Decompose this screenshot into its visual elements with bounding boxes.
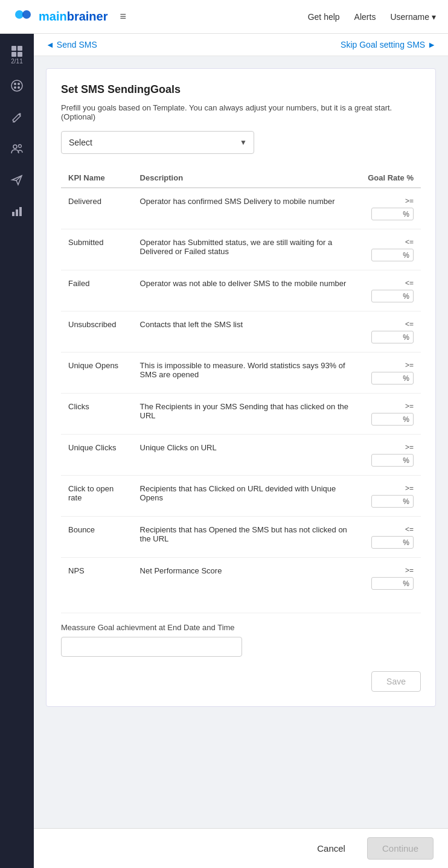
save-button[interactable]: Save	[371, 671, 421, 692]
page-content: Set SMS SendingGoals Prefill you goals b…	[34, 56, 448, 828]
goal-rate-input[interactable]	[376, 209, 402, 219]
percent-symbol: %	[403, 497, 409, 506]
send-icon	[10, 173, 24, 187]
kpi-description-cell: Net Performance Score	[133, 558, 358, 599]
kpi-description-cell: Recipients that has Opened the SMS but h…	[133, 517, 358, 558]
cancel-button[interactable]: Cancel	[302, 838, 360, 859]
kpi-name-cell: Unique Opens	[61, 353, 133, 394]
goal-operator: >=	[405, 402, 414, 410]
goal-rate-input[interactable]	[376, 251, 402, 260]
svg-point-8	[18, 83, 20, 85]
goal-rate-input[interactable]	[376, 456, 402, 465]
bottom-bar: Cancel Continue	[34, 828, 448, 868]
dashboard-icon	[10, 45, 24, 58]
table-row: Unique ClicksUnique Clicks on URL>=%	[61, 435, 421, 476]
goal-rate-input[interactable]	[376, 292, 402, 301]
username-label: Username	[390, 12, 429, 22]
kpi-description-cell: This is impossible to measure. World sta…	[133, 353, 358, 394]
percent-symbol: %	[403, 538, 409, 547]
sidebar-item-send[interactable]	[4, 167, 30, 193]
get-help-link[interactable]: Get help	[308, 12, 340, 22]
skip-link[interactable]: Skip Goal setting SMS ►	[341, 40, 436, 49]
top-nav-right: Get help Alerts Username ▾	[308, 12, 436, 22]
kpi-description-cell: Operator was not able to deliver SMS to …	[133, 270, 358, 311]
col-header-description: Description	[133, 168, 358, 188]
table-row: Unique OpensThis is impossible to measur…	[61, 353, 421, 394]
save-row: Save	[61, 671, 421, 692]
goal-operator: >=	[405, 361, 414, 369]
hamburger-icon[interactable]: ≡	[120, 10, 127, 23]
goal-rate-input[interactable]	[376, 374, 402, 383]
measure-section: Meassure Goal achievment at End Date and…	[61, 613, 421, 657]
goal-operator: >=	[405, 566, 414, 575]
svg-point-1	[22, 10, 31, 19]
goal-operator: >=	[405, 484, 414, 493]
back-link[interactable]: ◄ Send SMS	[46, 40, 97, 49]
logo-icon	[12, 6, 34, 28]
kpi-goal-cell: >=%	[358, 394, 421, 435]
kpi-name-cell: Submitted	[61, 229, 133, 270]
kpi-goal-cell: <=%	[358, 311, 421, 353]
svg-point-7	[14, 83, 16, 85]
svg-point-0	[15, 10, 24, 19]
users-icon	[10, 142, 24, 155]
svg-point-13	[19, 145, 22, 148]
sidebar-item-palette[interactable]	[4, 72, 30, 99]
username-menu[interactable]: Username ▾	[390, 12, 436, 22]
step-badge: 2/11	[11, 58, 22, 65]
table-header-row: KPI Name Description Goal Rate %	[61, 168, 421, 188]
logo: mainbrainer ≡	[12, 6, 126, 28]
percent-symbol: %	[403, 251, 409, 260]
col-header-kpi: KPI Name	[61, 168, 133, 188]
kpi-description-cell: Operator has Submitted status, we are st…	[133, 229, 358, 270]
goal-rate-input[interactable]	[376, 579, 402, 588]
kpi-goal-cell: >=%	[358, 188, 421, 229]
top-nav: mainbrainer ≡ Get help Alerts Username ▾	[0, 0, 448, 34]
table-row: DeliveredOperator has confirmed SMS Deli…	[61, 188, 421, 229]
continue-button[interactable]: Continue	[367, 837, 434, 860]
sidebar-item-users[interactable]	[4, 135, 30, 162]
goal-operator: <=	[405, 320, 414, 328]
goal-operator: <=	[405, 525, 414, 534]
table-row: Click to open rateRecipients that has Cl…	[61, 476, 421, 517]
svg-point-6	[11, 80, 22, 91]
template-select[interactable]: Select	[61, 131, 254, 154]
kpi-name-cell: Clicks	[61, 394, 133, 435]
table-row: SubmittedOperator has Submitted status, …	[61, 229, 421, 270]
sidebar-item-analytics[interactable]	[4, 198, 30, 225]
kpi-goal-cell: >=%	[358, 353, 421, 394]
goal-rate-input[interactable]	[376, 333, 402, 342]
sidebar-item-edit[interactable]	[4, 104, 30, 130]
table-row: NPSNet Performance Score>=%	[61, 558, 421, 599]
kpi-name-cell: Bounce	[61, 517, 133, 558]
kpi-table: KPI Name Description Goal Rate % Deliver…	[61, 168, 421, 598]
kpi-goal-cell: <=%	[358, 229, 421, 270]
kpi-name-cell: Click to open rate	[61, 476, 133, 517]
goal-rate-input[interactable]	[376, 538, 402, 547]
goal-rate-input[interactable]	[376, 415, 402, 424]
kpi-goal-cell: >=%	[358, 435, 421, 476]
percent-symbol: %	[403, 415, 409, 424]
kpi-name-cell: Delivered	[61, 188, 133, 229]
table-row: FailedOperator was not able to deliver S…	[61, 270, 421, 311]
skip-icon: ►	[427, 40, 436, 49]
kpi-description-cell: Contacts that left the SMS list	[133, 311, 358, 353]
main-content: ◄ Send SMS Skip Goal setting SMS ► Set S…	[34, 34, 448, 868]
svg-rect-5	[18, 52, 22, 57]
kpi-name-cell: NPS	[61, 558, 133, 599]
kpi-description-cell: The Recipients in your SMS Sending that …	[133, 394, 358, 435]
table-row: ClicksThe Recipients in your SMS Sending…	[61, 394, 421, 435]
svg-point-9	[14, 86, 16, 89]
percent-symbol: %	[403, 210, 409, 219]
alerts-link[interactable]: Alerts	[354, 12, 376, 22]
goal-operator: >=	[405, 443, 414, 452]
goal-operator: <=	[405, 238, 414, 246]
percent-symbol: %	[403, 374, 409, 383]
svg-rect-3	[18, 46, 22, 51]
kpi-description-cell: Unique Clicks on URL	[133, 435, 358, 476]
breadcrumb: ◄ Send SMS Skip Goal setting SMS ►	[34, 34, 448, 56]
goal-rate-input[interactable]	[376, 497, 402, 506]
kpi-description-cell: Recipients that has Clicked on URL devid…	[133, 476, 358, 517]
measure-date-input[interactable]	[61, 637, 242, 657]
card-subtitle: Prefill you goals based on Template. You…	[61, 103, 421, 121]
